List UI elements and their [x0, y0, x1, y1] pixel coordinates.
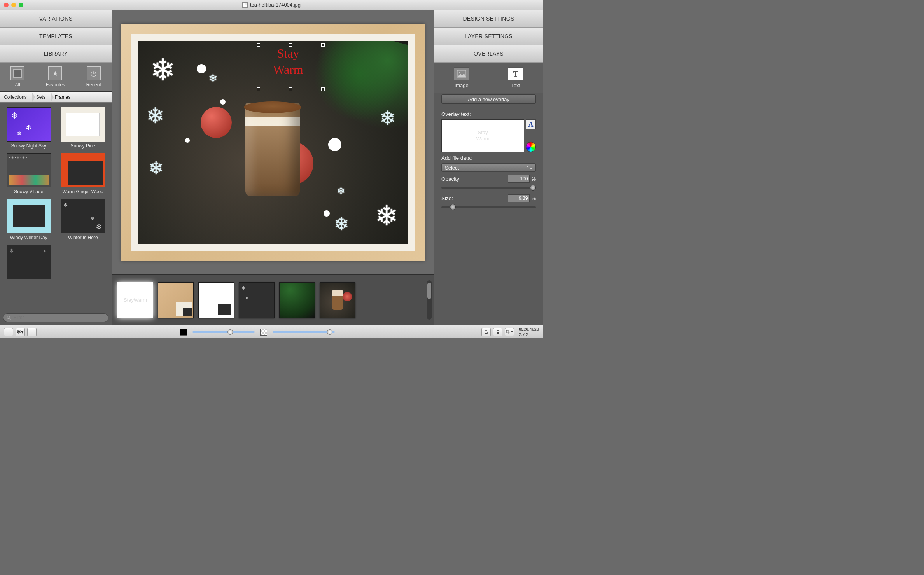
snow-dot [220, 99, 226, 105]
selection-handle[interactable] [257, 43, 260, 47]
document-icon [242, 2, 248, 8]
share-icon [484, 330, 488, 334]
svg-point-0 [7, 316, 10, 319]
frame-item[interactable]: ❄ ✦ [2, 243, 55, 282]
opacity-input[interactable] [508, 175, 530, 183]
opacity-slider[interactable] [441, 184, 536, 191]
opacity-label: Opacity: [441, 176, 461, 182]
checker-swatch[interactable] [260, 329, 267, 336]
close-window-button[interactable] [4, 3, 9, 7]
layer-strip: Stay Warm ❄ ❄ [112, 274, 434, 325]
snowflake-icon: ❄ [337, 185, 345, 197]
overlay-text-preview[interactable]: Stay Warm [441, 119, 524, 152]
accordion-templates[interactable]: TEMPLATES [0, 28, 112, 45]
breadcrumb-frames[interactable]: Frames [51, 92, 76, 102]
layer-thumb[interactable] [320, 282, 355, 318]
layer-thumb[interactable] [198, 282, 234, 318]
bg-color-swatch[interactable] [180, 329, 187, 336]
remove-button[interactable]: － [27, 328, 37, 336]
left-sidebar: VARIATIONS TEMPLATES LIBRARY All ★ Favor… [0, 10, 112, 325]
apple-ornament [201, 107, 232, 138]
overlay-tab-image[interactable]: Image [454, 67, 469, 88]
snowflake-icon: ❄ [380, 107, 396, 129]
zoom-slider-right[interactable] [273, 331, 335, 333]
tab-favorites[interactable]: ★ Favorites [46, 66, 65, 87]
layer-strip-scrollbar[interactable] [427, 280, 432, 320]
breadcrumb-collections[interactable]: Collections [0, 92, 32, 102]
gear-icon: ✱▾ [17, 329, 24, 335]
frame-item[interactable]: Windy Winter Day [2, 197, 55, 242]
snow-dot [197, 64, 206, 73]
selection-handle[interactable] [257, 87, 260, 91]
selection-handle[interactable] [289, 87, 292, 91]
text-icon: T [508, 67, 523, 80]
overlay-text[interactable]: Stay Warm [255, 45, 321, 88]
snowflake-icon: ❄ [208, 72, 217, 85]
snowflake-icon: ❄ [146, 103, 164, 128]
size-label: Size: [441, 196, 453, 201]
color-picker-button[interactable] [526, 142, 536, 152]
layer-thumb[interactable] [158, 282, 194, 318]
crop-icon [506, 330, 510, 334]
search-icon [7, 315, 11, 320]
frame-item[interactable]: ❄ ❄ ❄ Snowy Night Sky [2, 106, 55, 150]
frame-mat: ❄ ❄ ❄ ❄ ❄ ❄ ❄ ❄ [131, 34, 415, 251]
lock-button[interactable] [493, 328, 502, 336]
snow-dot [185, 138, 190, 143]
accordion-overlays[interactable]: OVERLAYS [434, 45, 543, 63]
file-data-select[interactable]: Select ⌃⌄ [441, 163, 536, 172]
tab-all[interactable]: All [10, 66, 24, 87]
share-button[interactable] [481, 328, 491, 336]
add-overlay-button[interactable]: Add a new overlay [441, 94, 536, 104]
zoom-window-button[interactable] [19, 3, 23, 7]
document-title: toa-heftiba-174004.jpg [250, 2, 301, 8]
svg-line-1 [10, 318, 11, 320]
accordion-variations[interactable]: VARIATIONS [0, 10, 112, 28]
snow-dot [324, 210, 330, 217]
selection-handle[interactable] [321, 43, 325, 47]
photo: ❄ ❄ ❄ ❄ ❄ ❄ ❄ ❄ [138, 41, 408, 244]
size-input[interactable] [508, 194, 530, 202]
right-sidebar: DESIGN SETTINGS LAYER SETTINGS OVERLAYS … [434, 10, 543, 325]
snowflake-icon: ❄ [149, 157, 164, 178]
zoom-slider-left[interactable] [192, 331, 255, 333]
layer-thumb-text[interactable]: Stay Warm [117, 282, 153, 318]
lock-open-icon [495, 330, 500, 334]
canvas[interactable]: ❄ ❄ ❄ ❄ ❄ ❄ ❄ ❄ [112, 10, 434, 274]
accordion-library[interactable]: LIBRARY [0, 45, 112, 63]
latte-cup [240, 103, 306, 212]
selection-handle[interactable] [321, 87, 325, 91]
frame-item[interactable]: Snowy Pine [57, 106, 110, 150]
svg-point-3 [459, 72, 460, 73]
center-area: ❄ ❄ ❄ ❄ ❄ ❄ ❄ ❄ [112, 10, 434, 325]
breadcrumb: Collections Sets Frames [0, 92, 112, 103]
filter-input[interactable] [14, 315, 105, 320]
tab-recent[interactable]: ◷ Recent [86, 66, 101, 87]
crop-button[interactable]: ▼ [505, 328, 514, 336]
library-grid[interactable]: ❄ ❄ ❄ Snowy Night Sky Snowy Pine • ✳ [0, 103, 112, 311]
layer-thumb[interactable]: ❄ ❄ [239, 282, 275, 318]
minimize-window-button[interactable] [11, 3, 16, 7]
overlay-text-label: Overlay text: [441, 111, 536, 117]
snowflake-icon: ❄ [150, 52, 175, 88]
size-slider[interactable] [441, 204, 536, 211]
snow-dot [328, 138, 341, 151]
frame-item[interactable]: Warm Ginger Wood [57, 152, 110, 196]
settings-button[interactable]: ✱▾ [16, 328, 25, 336]
snowflake-icon: ❄ [334, 213, 349, 234]
overlay-tab-text[interactable]: T Text [508, 67, 523, 88]
frame-item[interactable]: ❄ ❄ ❄ Winter Is Here [57, 197, 110, 242]
titlebar: toa-heftiba-174004.jpg [0, 0, 543, 10]
font-picker-button[interactable]: A [526, 119, 536, 129]
selection-handle[interactable] [289, 43, 292, 47]
search-container [0, 311, 112, 325]
accordion-layer-settings[interactable]: LAYER SETTINGS [434, 28, 543, 45]
breadcrumb-sets[interactable]: Sets [32, 92, 51, 102]
overlay-type-tabs: Image T Text [434, 63, 543, 93]
accordion-design-settings[interactable]: DESIGN SETTINGS [434, 10, 543, 28]
filter-search[interactable] [3, 313, 108, 322]
layer-thumb[interactable] [279, 282, 315, 318]
frame-item[interactable]: • ✳ • ❄ • ✳ • Snowy Village [2, 152, 55, 196]
add-button[interactable]: ＋ [4, 328, 13, 336]
image-dimensions: 6526:4828 [519, 327, 539, 332]
